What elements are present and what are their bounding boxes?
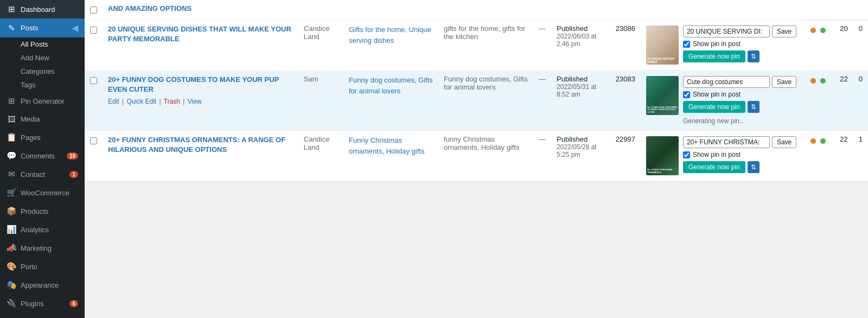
sidebar-item-pin-generator[interactable]: ⊞ Pin Generator — [0, 92, 85, 110]
row1-author-cell: Candice Land — [298, 20, 343, 71]
sidebar-item-analytics[interactable]: 📊 Analytics — [0, 220, 85, 239]
row2-show-pin-checkbox[interactable] — [683, 91, 690, 98]
row3-tag2[interactable]: Holiday gifts — [386, 147, 425, 155]
row2-id-cell: 23083 — [610, 71, 641, 131]
submenu-categories[interactable]: Categories — [0, 65, 85, 78]
submenu-tags[interactable]: Tags — [0, 78, 85, 92]
row-checkbox[interactable] — [90, 7, 97, 14]
row1-status: Published — [557, 24, 605, 33]
row1-dot-green — [820, 28, 826, 33]
row2-edit-link[interactable]: Edit — [108, 98, 119, 105]
row2-title-link[interactable]: 20+ FUNNY DOG COSTUMES TO MAKE YOUR PUP … — [108, 75, 279, 93]
porto-icon: 🎨 — [7, 262, 16, 271]
row1-show-pin-checkbox[interactable] — [683, 41, 690, 48]
products-icon: 📦 — [7, 206, 16, 216]
row1-generate-button[interactable]: Generate now pin — [683, 50, 745, 62]
row2-checkbox-cell — [85, 71, 103, 131]
row3-author: Candice Land — [304, 135, 330, 151]
row2-sort-button[interactable]: ⇅ — [748, 101, 760, 113]
row3-title-link[interactable]: 20+ FUNNY CHRISTMAS ORNAMENTS: A RANGE O… — [108, 136, 285, 154]
sidebar-label-comments: Comments — [21, 152, 55, 160]
contact-icon: ✉ — [7, 169, 16, 179]
row3-date: 2022/05/28 at 5:25 pm — [557, 143, 605, 158]
row1-status-cell: Published 2022/06/03 at 2:46 pm — [551, 20, 610, 71]
row3-img-text: 20+ FUNNY CHRISTMAS ORNAMENTS — [647, 169, 678, 174]
row3-sort-button[interactable]: ⇅ — [748, 161, 760, 173]
row1-pinterest-cell: 20 UNIQUE SERVING DISHES Save Show pin i… — [641, 20, 802, 71]
row3-cats: funny Christmas ornaments, Holiday gifts — [444, 135, 519, 151]
row2-quick-edit-link[interactable]: Quick Edit — [127, 98, 157, 105]
sidebar-item-media[interactable]: 🖼 Media — [0, 110, 85, 128]
row3-pin-title-input[interactable] — [683, 136, 770, 148]
sidebar-label-media: Media — [21, 115, 40, 123]
submenu-all-posts[interactable]: All Posts — [0, 37, 85, 51]
row2-pin-image: 20+ FUNNY DOG COSTUMES TO MAKE YOUR PUP … — [646, 76, 679, 115]
row1-tags-cell: Gifts for the home, Unique serving dishe… — [343, 20, 438, 71]
posts-table: AND AMAZING OPTIONS 20 UNIQUE SERVING DI… — [85, 0, 868, 181]
row2-save-button[interactable]: Save — [772, 76, 796, 88]
row2-generate-button[interactable]: Generate now pin — [683, 101, 745, 113]
row1-img-text: 20 UNIQUE SERVING DISHES — [647, 57, 678, 63]
sidebar-item-posts[interactable]: ✎ Posts ◀ — [0, 18, 85, 37]
sidebar-label-pages: Pages — [21, 133, 41, 142]
sidebar-label-analytics: Analytics — [21, 226, 49, 234]
sidebar-label-dashboard: Dashboard — [21, 5, 55, 14]
pin-generator-icon: ⊞ — [7, 96, 16, 106]
row2-count1-cell: 22 — [834, 71, 853, 131]
sidebar-item-marketing[interactable]: 📣 Marketing — [0, 239, 85, 257]
row1-id-cell: 23086 — [610, 20, 641, 71]
row2-tag1[interactable]: Funny dog costumes — [349, 76, 414, 84]
sidebar-label-marketing: Marketing — [21, 244, 52, 252]
row2-dot-orange — [810, 78, 816, 84]
sidebar-item-products[interactable]: 📦 Products — [0, 202, 85, 220]
row1-pin-title-input[interactable] — [683, 26, 770, 37]
sidebar-item-pages[interactable]: 📋 Pages — [0, 128, 85, 147]
row2-pin-title-input[interactable] — [683, 76, 770, 88]
row1-dot-orange — [810, 28, 816, 33]
row2-count2-cell: 0 — [853, 71, 868, 131]
row2-trash-link[interactable]: Trash — [164, 98, 180, 105]
sidebar-item-woocommerce[interactable]: 🛒 WooCommerce — [0, 183, 85, 202]
post-title-partial[interactable]: AND AMAZING OPTIONS — [108, 4, 192, 12]
row3-count2-cell: 1 — [853, 131, 868, 181]
row2-pin-content: 20+ FUNNY DOG COSTUMES TO MAKE YOUR PUP … — [646, 76, 796, 125]
row1-count1-cell: 20 — [834, 20, 853, 71]
posts-submenu: All Posts Add New Categories Tags — [0, 37, 85, 92]
row2-view-link[interactable]: View — [188, 98, 202, 105]
row2-title-cell: 20+ FUNNY DOG COSTUMES TO MAKE YOUR PUP … — [103, 71, 298, 131]
row2-status: Published — [557, 75, 605, 83]
row3-save-button[interactable]: Save — [772, 136, 796, 148]
sidebar-item-plugins[interactable]: 🔌 Plugins 6 — [0, 294, 85, 313]
comments-icon: 💬 — [7, 151, 16, 161]
row1-checkbox[interactable] — [90, 27, 97, 34]
sidebar-item-dashboard[interactable]: ⊞ Dashboard — [0, 0, 85, 18]
row3-checkbox[interactable] — [90, 137, 97, 144]
row2-img-text: 20+ FUNNY DOG COSTUMES TO MAKE YOUR PUP … — [647, 106, 678, 114]
comments-badge: 10 — [67, 152, 78, 160]
row2-checkbox[interactable] — [90, 77, 97, 84]
row3-generate-button[interactable]: Generate now pin — [683, 161, 745, 173]
contact-badge: 1 — [69, 171, 78, 178]
submenu-add-new[interactable]: Add New — [0, 51, 85, 65]
sidebar-item-appearance[interactable]: 🎭 Appearance — [0, 276, 85, 294]
sidebar-item-porto[interactable]: 🎨 Porto — [0, 257, 85, 276]
row2-row-actions: Edit | Quick Edit | Trash | View — [108, 98, 293, 105]
row1-tag1[interactable]: Gifts for the home — [349, 26, 405, 34]
plugins-icon: 🔌 — [7, 298, 16, 308]
row2-dot-green — [820, 78, 826, 84]
row1-save-button[interactable]: Save — [772, 26, 796, 37]
row2-pin-controls: Save Show pin in post Generate now pin ⇅ — [683, 76, 796, 125]
row3-show-pin-checkbox[interactable] — [683, 151, 690, 158]
row1-pin-content: 20 UNIQUE SERVING DISHES Save Show pin i… — [646, 26, 796, 65]
row3-pin-controls: Save Show pin in post Generate now pin ⇅ — [683, 136, 796, 173]
row2-sep1: | — [122, 98, 124, 105]
row1-sort-button[interactable]: ⇅ — [748, 50, 760, 62]
sidebar-item-contact[interactable]: ✉ Contact 1 — [0, 165, 85, 183]
row3-show-pin-label: Show pin in post — [693, 151, 741, 158]
dashboard-icon: ⊞ — [7, 4, 16, 14]
table-row: 20 UNIQUE SERVING DISHES THAT WILL MAKE … — [85, 20, 868, 71]
row1-cats: gifts for the home, gifts for the kitche… — [444, 24, 525, 41]
row1-title-link[interactable]: 20 UNIQUE SERVING DISHES THAT WILL MAKE … — [108, 25, 291, 43]
row3-dot-green — [820, 138, 826, 144]
sidebar-item-comments[interactable]: 💬 Comments 10 — [0, 147, 85, 165]
